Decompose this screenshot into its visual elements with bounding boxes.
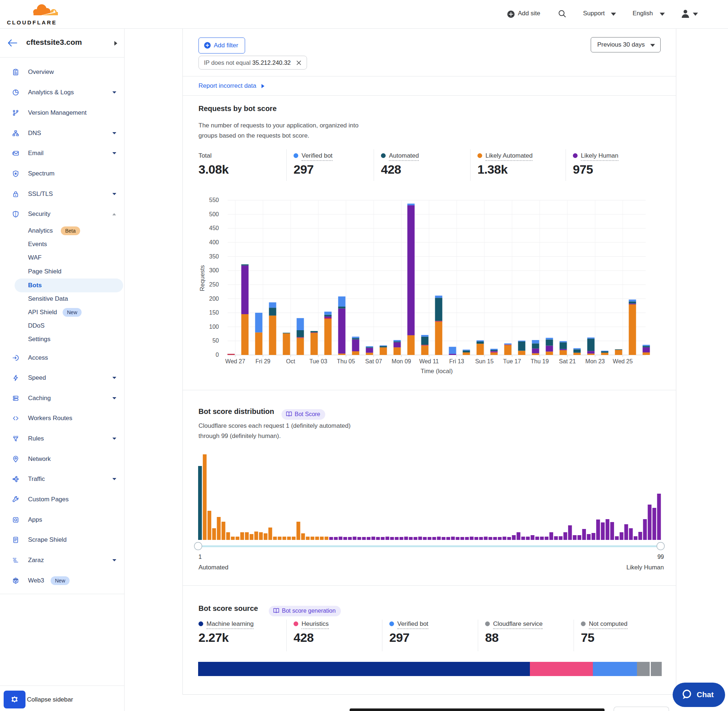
svg-text:CLOUDFLARE: CLOUDFLARE (7, 19, 57, 25)
